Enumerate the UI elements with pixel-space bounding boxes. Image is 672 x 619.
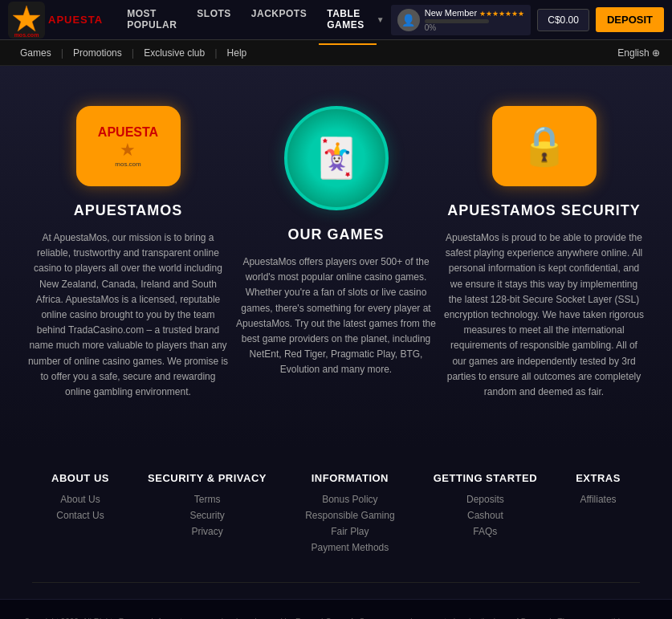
footer-col-getting-started: GETTING STARTED Deposits Cashout FAQs <box>434 472 537 558</box>
subnav-promotions[interactable]: Promotions <box>65 43 130 63</box>
user-info: New Member ★★★★★★★ 0% <box>425 8 524 32</box>
cards-icon: 🃏 <box>312 136 360 181</box>
nav-most-popular[interactable]: MOST POPULAR <box>119 0 185 45</box>
footer-privacy[interactable]: Privacy <box>148 526 267 537</box>
subnav-exclusive[interactable]: Exclusive club <box>136 43 213 63</box>
footer-col-info: INFORMATION Bonus Policy Responsible Gam… <box>305 472 394 558</box>
deposit-button[interactable]: DEPOSIT <box>596 7 664 32</box>
svg-text:mos.com: mos.com <box>14 32 39 38</box>
subnav-sep-1: | <box>59 47 65 59</box>
avatar: 👤 <box>397 9 420 31</box>
logo[interactable]: mos.com APUESTA <box>8 2 103 39</box>
copyright-text: Copyright 2022· All Rights Reserved. Apu… <box>24 616 648 619</box>
language-text: English ⊕ <box>617 47 660 59</box>
header-right: ▼ 👤 New Member ★★★★★★★ 0% C$0.00 DEPOSIT <box>377 5 664 35</box>
hero-security-title: APUESTAMOS SECURITY <box>444 202 645 219</box>
games-icon: 🃏 <box>284 106 389 210</box>
footer-terms[interactable]: Terms <box>148 494 267 505</box>
footer-info-title: INFORMATION <box>305 472 394 484</box>
dropdown-arrow-icon[interactable]: ▼ <box>377 15 385 24</box>
footer-getting-started-title: GETTING STARTED <box>434 472 537 484</box>
footer-contact-us[interactable]: Contact Us <box>51 510 109 521</box>
hero-security: 🔒 APUESTAMOS SECURITY ApuestaMos is prou… <box>444 106 645 400</box>
subnav-sep-3: | <box>213 47 218 59</box>
user-name: New Member ★★★★★★★ <box>425 8 524 18</box>
footer-cashout[interactable]: Cashout <box>434 510 537 521</box>
footer-links: ABOUT US About Us Contact Us SECURITY & … <box>32 472 640 583</box>
balance-button[interactable]: C$0.00 <box>537 9 589 31</box>
footer-extras-title: EXTRAS <box>576 472 621 484</box>
footer-faqs[interactable]: FAQs <box>434 526 537 537</box>
user-progress: 0% <box>425 23 524 32</box>
security-icon: 🔒 <box>492 106 597 186</box>
lock-icon: 🔒 <box>520 124 568 169</box>
footer-about-us[interactable]: About Us <box>51 494 109 505</box>
hero-games-title: OUR GAMES <box>236 226 437 243</box>
nav-table-games[interactable]: TABLE GAMES <box>319 0 377 45</box>
footer-security[interactable]: Security <box>148 510 267 521</box>
footer-col-security: SECURITY & PRIVACY Terms Security Privac… <box>148 472 267 558</box>
hero-section: APUESTA ★ mos.com APUESTAMOS At ApuestaM… <box>0 66 672 448</box>
user-stars: ★★★★★★★ <box>479 10 524 18</box>
user-name-text: New Member <box>425 8 477 18</box>
footer: ABOUT US About Us Contact Us SECURITY & … <box>0 448 672 599</box>
hero-games-text: ApuestaMos offers players over 500+ of t… <box>236 255 437 378</box>
footer-fair-play[interactable]: Fair Play <box>305 526 394 537</box>
hero-games: 🃏 OUR GAMES ApuestaMos offers players ov… <box>236 106 437 378</box>
footer-bonus-policy[interactable]: Bonus Policy <box>305 494 394 505</box>
logo-apuesta: APUESTA <box>48 14 103 26</box>
nav-jackpots[interactable]: JACKPOTS <box>243 0 315 45</box>
footer-responsible-gaming[interactable]: Responsible Gaming <box>305 510 394 521</box>
hero-apuestamos-title: APUESTAMOS <box>28 202 229 219</box>
footer-about-title: ABOUT US <box>51 472 109 484</box>
apuestamos-icon: APUESTA ★ mos.com <box>76 106 181 186</box>
subnav-games[interactable]: Games <box>12 43 59 63</box>
subnav-sep-2: | <box>130 47 136 59</box>
footer-deposits[interactable]: Deposits <box>434 494 537 505</box>
user-area: 👤 New Member ★★★★★★★ 0% <box>391 5 531 35</box>
header: mos.com APUESTA MOST POPULAR SLOTS JACKP… <box>0 0 672 40</box>
subnav-help[interactable]: Help <box>219 43 255 63</box>
footer-col-about: ABOUT US About Us Contact Us <box>51 472 109 558</box>
nav-slots[interactable]: SLOTS <box>189 0 239 45</box>
logo-icon: mos.com <box>8 2 45 39</box>
footer-col-extras: EXTRAS Affiliates <box>576 472 621 558</box>
hero-apuestamos-text: At ApuestaMos, our mission is to bring a… <box>28 230 229 400</box>
hero-apuestamos: APUESTA ★ mos.com APUESTAMOS At ApuestaM… <box>28 106 229 400</box>
language-selector[interactable]: English ⊕ <box>617 47 660 59</box>
hero-security-text: ApuestaMos is proud to be able to provid… <box>444 230 645 400</box>
main-nav: MOST POPULAR SLOTS JACKPOTS TABLE GAMES <box>119 0 377 45</box>
footer-payment-methods[interactable]: Payment Methods <box>305 542 394 553</box>
footer-security-title: SECURITY & PRIVACY <box>148 472 267 484</box>
footer-affiliates[interactable]: Affiliates <box>576 494 621 505</box>
copyright-section: Copyright 2022· All Rights Reserved. Apu… <box>0 599 672 619</box>
